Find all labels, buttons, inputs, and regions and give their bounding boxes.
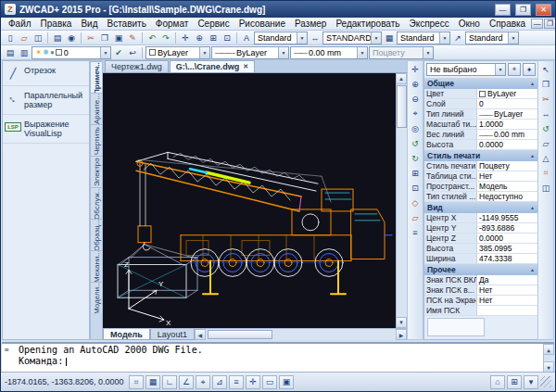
prop-row-color[interactable]: Цвет ByLayer bbox=[424, 89, 537, 99]
linetype-combo[interactable]: ——— ByLayer ▼ bbox=[211, 46, 289, 59]
model-space-toggle[interactable]: ▭ bbox=[262, 375, 277, 389]
prop-row-lineweight[interactable]: Вес линий ——0.00 mm bbox=[424, 130, 537, 140]
match-properties-icon[interactable]: ✎ bbox=[126, 32, 139, 44]
palette-tab-samples[interactable]: Образц... bbox=[91, 219, 102, 250]
prop-row-ucs-icon-origin[interactable]: Знак ПСК в... Нет bbox=[424, 285, 537, 296]
dropdown-icon[interactable]: ▼ bbox=[371, 32, 381, 44]
prop-row-plot-type[interactable]: Тип стилей ... Недоступно bbox=[424, 192, 537, 202]
scroll-left-icon[interactable]: ◀ bbox=[195, 329, 206, 340]
grid-toggle[interactable]: ▦ bbox=[145, 375, 160, 389]
command-window[interactable]: ≡ Opening an AutoCAD 2000 DWG File. Кома… bbox=[2, 342, 554, 373]
polygon-icon[interactable]: △ bbox=[539, 152, 552, 164]
dropdown-icon[interactable]: ▼ bbox=[278, 47, 288, 58]
prop-row-plot-space[interactable]: Пространст... Модель bbox=[424, 182, 537, 192]
lineweight-combo[interactable]: —— 0.00 mm ▼ bbox=[290, 46, 368, 59]
annotation-toggle[interactable]: ▣ bbox=[279, 375, 294, 389]
dim-style-combo[interactable]: STANDARD ▼ bbox=[322, 32, 382, 44]
dropdown-icon[interactable]: ▼ bbox=[297, 32, 307, 44]
maximize-button[interactable]: ❐ bbox=[515, 4, 531, 16]
region-icon[interactable]: ◇ bbox=[409, 196, 422, 209]
scroll-down-icon[interactable]: ▼ bbox=[396, 317, 407, 328]
section-general[interactable]: Общие ▲ bbox=[424, 78, 537, 89]
selection-filter-combo[interactable]: Не выбрано ▼ bbox=[426, 63, 506, 76]
menu-draw[interactable]: Рисование bbox=[234, 18, 290, 30]
scroll-up-icon[interactable]: ▲ bbox=[396, 73, 407, 84]
paste-icon[interactable]: ▣ bbox=[112, 32, 125, 44]
zoom-extents-icon[interactable]: ⊡ bbox=[409, 182, 422, 194]
prop-row-height[interactable]: Высота 385.0995 bbox=[424, 244, 537, 254]
palette-tab-annotation[interactable]: Примеч... bbox=[91, 61, 102, 93]
dropdown-icon[interactable]: ▼ bbox=[439, 32, 449, 44]
otrack-toggle[interactable]: ⊿ bbox=[212, 375, 227, 389]
snap-toggle[interactable]: ⌗ bbox=[129, 375, 144, 389]
rotate-ccw-icon[interactable]: ↺ bbox=[409, 137, 422, 149]
tab-model[interactable]: Модель bbox=[103, 329, 150, 340]
dynamic-input-toggle[interactable]: ✛ bbox=[246, 375, 260, 389]
menu-dimension[interactable]: Размер bbox=[290, 18, 331, 30]
prop-row-center-x[interactable]: Центр X -1149.9555 bbox=[424, 213, 537, 223]
command-scrollbar[interactable]: ▲ ▼ bbox=[543, 344, 554, 373]
mirror-icon[interactable]: ◫ bbox=[539, 182, 552, 194]
doc-tab-crane[interactable]: G:\...\Crane.dwg ✕ bbox=[170, 60, 255, 72]
dropdown-icon[interactable]: ▼ bbox=[508, 32, 518, 44]
new-icon[interactable]: ▯ bbox=[4, 32, 17, 44]
scrollbar-thumb[interactable] bbox=[208, 330, 272, 339]
doc-tab-drawing1[interactable]: Чертеж1.dwg bbox=[105, 60, 169, 72]
viewport-icon[interactable]: ▱ bbox=[409, 211, 422, 223]
make-layer-current-icon[interactable]: ✔ bbox=[112, 46, 125, 59]
layer-combo[interactable]: ☀ ❄ ● 0 ▼ bbox=[32, 46, 111, 59]
prop-row-width[interactable]: Ширина 474.3338 bbox=[424, 254, 537, 264]
menu-tools[interactable]: Сервис bbox=[193, 18, 234, 30]
prop-row-ucs-per-viewport[interactable]: ПСК на Экране Нет bbox=[424, 296, 537, 306]
collapse-icon[interactable]: ▲ bbox=[530, 205, 535, 210]
prop-row-ucs-name[interactable]: Имя ПСК bbox=[424, 306, 537, 316]
trim-icon[interactable]: ✂ bbox=[539, 93, 552, 105]
preview-icon[interactable]: ◉ bbox=[65, 32, 78, 44]
canvas-horizontal-scrollbar[interactable] bbox=[206, 329, 396, 340]
dropdown-icon[interactable]: ▼ bbox=[199, 47, 209, 58]
palette-tab-architectural[interactable]: Архите... bbox=[91, 93, 102, 124]
copy-icon[interactable]: ❐ bbox=[539, 78, 552, 90]
collapse-icon[interactable]: ▲ bbox=[530, 153, 535, 158]
menu-format[interactable]: Формат bbox=[151, 18, 194, 30]
undo-icon[interactable]: ↶ bbox=[145, 32, 158, 44]
menu-insert[interactable]: Вставить bbox=[102, 18, 150, 30]
prop-row-plot-style[interactable]: Стиль печати Поцвету bbox=[424, 161, 537, 171]
prop-row-layer[interactable]: Слой 0 bbox=[424, 99, 537, 109]
palette-tab-electrical[interactable]: Электро bbox=[91, 156, 102, 187]
palette-tab-drafting[interactable]: Чертить bbox=[91, 124, 102, 156]
select-objects-button[interactable]: ⌖ bbox=[508, 63, 521, 76]
menu-help[interactable]: Справка bbox=[485, 18, 530, 30]
palette-tab-civil[interactable]: Обслуж... bbox=[91, 187, 102, 219]
palette-tab-mechanical[interactable]: Механи... bbox=[91, 250, 102, 282]
layers-panel-icon[interactable]: ≡ bbox=[409, 226, 422, 238]
orbit-icon[interactable]: ◎ bbox=[409, 122, 422, 134]
prop-row-ucs-icon-on[interactable]: Знак ПСК ВКЛ Да bbox=[424, 275, 537, 285]
close-tab-icon[interactable]: ✕ bbox=[243, 63, 248, 70]
zoom-out-icon[interactable]: ⊖ bbox=[409, 93, 422, 105]
tab-layout1[interactable]: Layout1 bbox=[150, 329, 195, 340]
prop-row-center-y[interactable]: Центр Y -893.6886 bbox=[424, 223, 537, 234]
pan-icon[interactable]: ✛ bbox=[179, 32, 192, 44]
zoom-realtime-icon[interactable]: ⊕ bbox=[193, 32, 206, 44]
dropdown-icon[interactable]: ▼ bbox=[495, 64, 505, 75]
mdi-restore-button[interactable]: ❐ bbox=[544, 19, 556, 29]
prop-row-center-z[interactable]: Центр Z 0.0000 bbox=[424, 234, 537, 244]
zoom-center-icon[interactable]: ⌖ bbox=[409, 107, 422, 120]
quick-select-button[interactable]: ✦ bbox=[523, 63, 536, 76]
model-canvas[interactable]: Z X Y bbox=[103, 73, 396, 328]
mdi-minimize-button[interactable]: — bbox=[531, 19, 543, 29]
section-plot-style[interactable]: Стиль печати ▲ bbox=[424, 150, 537, 161]
layer-states-icon[interactable]: ▥ bbox=[18, 46, 31, 59]
menu-edit[interactable]: Правка bbox=[36, 18, 77, 30]
minimize-button[interactable]: — bbox=[495, 4, 511, 16]
stretch-icon[interactable]: ↔ bbox=[539, 107, 552, 120]
color-combo[interactable]: ByLayer ▼ bbox=[145, 46, 210, 59]
rectangle-icon[interactable]: ▱ bbox=[539, 137, 552, 149]
layer-manager-icon[interactable]: ▤ bbox=[4, 46, 17, 59]
clean-screen-button[interactable]: ⌂ bbox=[490, 375, 505, 389]
workspace-button[interactable]: ⊞ bbox=[507, 375, 522, 389]
prop-row-plot-table[interactable]: Таблица сти... Нет bbox=[424, 171, 537, 182]
layer-previous-icon[interactable]: ↩ bbox=[126, 46, 139, 59]
zoom-extents-icon[interactable]: ⊡ bbox=[221, 32, 234, 44]
